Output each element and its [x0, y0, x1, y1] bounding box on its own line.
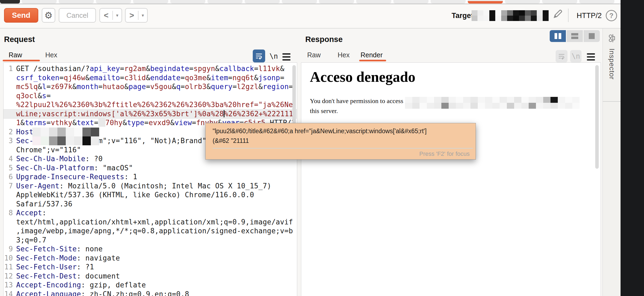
app-tab[interactable] — [319, 0, 354, 3]
app-tab-strip — [0, 0, 621, 3]
chevron-down-icon[interactable]: ▾ — [113, 13, 122, 18]
request-editor-row[interactable]: AppleWebKit/537.36 (KHTML, like Gecko) C… — [4, 191, 297, 200]
request-editor-row[interactable]: 12Sec-Fetch-Dest: document — [4, 272, 297, 281]
request-editor-row[interactable]: Safari/537.36 — [4, 200, 297, 209]
app-tab[interactable] — [431, 0, 466, 3]
request-menu-icon[interactable] — [282, 53, 290, 61]
app-tab[interactable] — [393, 0, 428, 3]
line-number — [4, 100, 14, 110]
request-scrollbar[interactable] — [292, 65, 296, 127]
line-number: 1 — [4, 64, 14, 73]
request-editor-row[interactable]: 1GET /southasian/?api_key=rg2am&begindat… — [4, 64, 297, 73]
cancel-button[interactable]: Cancel — [59, 8, 96, 23]
word-wrap-icon[interactable] — [253, 50, 265, 62]
inspector-tab[interactable]: Inspector — [603, 29, 621, 102]
request-editor-row[interactable]: 6Upgrade-Insecure-Requests: 1 — [4, 172, 297, 182]
app-tab[interactable] — [207, 0, 243, 3]
request-tab-hex[interactable]: Hex — [45, 51, 57, 59]
response-menu-icon[interactable] — [587, 53, 595, 61]
request-editor-row[interactable]: 9Sec-Fetch-Site: none — [4, 245, 297, 254]
request-editor-row[interactable]: %22lpuu2l%26%2360%3b%2ftitle%26%2362%26%… — [4, 100, 297, 110]
line-number: 7 — [4, 182, 14, 191]
tooltip-focus-hint: Press 'F2' for focus — [213, 150, 473, 157]
request-editor-row[interactable]: q3ocl&s= — [4, 91, 297, 101]
app-tab[interactable] — [170, 0, 205, 3]
selected-app-tab-indicator — [468, 1, 503, 3]
request-editor-row[interactable]: text/html,application/xhtml+xml,applicat… — [4, 218, 297, 227]
request-panel-title: Request — [4, 35, 35, 44]
send-button[interactable]: Send — [4, 8, 38, 23]
inline-redaction — [98, 119, 105, 127]
word-wrap-icon-disabled — [556, 50, 567, 62]
request-editor-row[interactable]: csrf_token=qj46w&emailto=c3lid&enddate=q… — [4, 73, 297, 83]
pencil-edit-icon[interactable] — [552, 8, 564, 20]
response-panel-title: Response — [305, 35, 343, 44]
line-number — [4, 218, 14, 227]
line-number — [4, 236, 14, 245]
gear-icon[interactable]: ⚙ — [42, 8, 55, 23]
line-number — [4, 227, 14, 236]
request-selected-tab-underline — [3, 60, 40, 61]
line-number: 10 — [4, 254, 14, 263]
request-editor-row[interactable]: 14Accept-Language: zh-CN,zh;q=0.9,en;q=0… — [4, 290, 297, 296]
help-icon[interactable]: ? — [606, 10, 617, 21]
tooltip-decoded-line: "lpuu2l&#60;/title&#62&#60;a href="ja&Ne… — [213, 128, 473, 135]
line-number: 2 — [4, 128, 14, 137]
request-editor-row[interactable]: 3;q=0.7 — [4, 236, 297, 245]
app-tab[interactable] — [468, 0, 503, 3]
inspector-glasses-icon — [606, 33, 617, 44]
forward-arrow-icon[interactable]: > — [126, 11, 138, 20]
request-editor-row[interactable]: wLine;vascript:windows['al%26%23x65%3brt… — [4, 110, 297, 119]
line-number: 14 — [4, 290, 14, 296]
line-number: 11 — [4, 263, 14, 272]
inspector-sidebar: Inspector — [603, 29, 621, 296]
request-editor-row[interactable]: 5Sec-Ch-Ua-Platform: "macOS" — [4, 164, 297, 173]
line-number — [4, 82, 14, 91]
line-number: 4 — [4, 154, 14, 164]
response-scrollbar[interactable] — [595, 65, 599, 169]
tooltip-decoded-line: (&#62 "21111 — [213, 137, 473, 145]
screen-edge-background — [621, 0, 644, 296]
request-editor-row[interactable]: 11Sec-Fetch-User: ?1 — [4, 263, 297, 272]
app-tab[interactable] — [59, 0, 94, 3]
layout-columns-icon[interactable] — [550, 30, 566, 42]
app-tab[interactable] — [22, 0, 57, 3]
response-tab-hex[interactable]: Hex — [338, 51, 349, 59]
request-editor-row[interactable]: 7User-Agent: Mozilla/5.0 (Macintosh; Int… — [4, 182, 297, 191]
request-editor[interactable]: 1GET /southasian/?api_key=rg2am&begindat… — [3, 62, 297, 296]
newline-toggle-icon-disabled: \n — [570, 50, 581, 62]
layout-single-icon[interactable] — [584, 30, 600, 42]
forward-history-button[interactable]: > ▾ — [125, 8, 148, 23]
app-tab[interactable] — [0, 0, 20, 3]
response-body-line: this server. — [310, 107, 338, 115]
toolbar-divider — [568, 9, 569, 22]
request-editor-row[interactable]: 13Accept-Encoding: gzip, deflate — [4, 281, 297, 290]
app-tab[interactable] — [579, 0, 614, 3]
app-tab[interactable] — [133, 0, 168, 3]
app-tab[interactable] — [96, 0, 131, 3]
response-tab-render[interactable]: Render — [361, 51, 383, 59]
chevron-down-icon[interactable]: ▾ — [139, 13, 147, 18]
app-tab[interactable] — [542, 0, 577, 3]
back-arrow-icon[interactable]: < — [100, 11, 112, 20]
layout-rows-icon[interactable] — [567, 30, 583, 42]
request-editor-row[interactable]: 10Sec-Fetch-Mode: navigate — [4, 254, 297, 263]
line-number — [4, 191, 14, 200]
app-tab[interactable] — [356, 0, 391, 3]
app-tab[interactable] — [505, 0, 540, 3]
request-editor-row[interactable]: 8Accept: — [4, 209, 297, 218]
line-number — [4, 91, 14, 101]
app-tab[interactable] — [245, 0, 280, 3]
target-label: Target — [452, 12, 473, 20]
request-editor-lines: 1GET /southasian/?api_key=rg2am&begindat… — [4, 64, 297, 296]
app-tab[interactable] — [282, 0, 317, 3]
request-editor-row[interactable]: ,image/webp,image/apng,*/*;q=0.8,applica… — [4, 227, 297, 236]
request-editor-row[interactable]: mc5lq&l=z697k&month=hutao&page=v5gou&q=o… — [4, 82, 297, 91]
back-history-button[interactable]: < ▾ — [99, 8, 122, 23]
request-tab-raw[interactable]: Raw — [9, 51, 22, 59]
line-number: 8 — [4, 209, 14, 218]
newline-toggle-icon[interactable]: \n — [269, 52, 278, 60]
response-tab-raw[interactable]: Raw — [307, 51, 321, 59]
http-version-label[interactable]: HTTP/2 — [577, 12, 602, 20]
line-number — [4, 118, 14, 128]
